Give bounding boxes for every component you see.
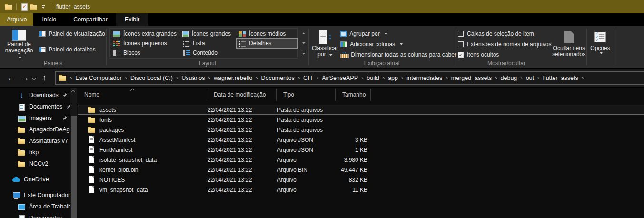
layout-option-label: Blocos <box>123 50 140 56</box>
column-header-nome[interactable]: Nome <box>78 89 207 101</box>
divider <box>16 3 17 10</box>
details-pane-button[interactable]: Painel de detalhes <box>36 44 108 55</box>
layout-option[interactable]: Conteúdo <box>180 48 237 58</box>
layout-option-label: Ícones pequenos <box>123 40 167 47</box>
file-row[interactable]: packages 22/04/2021 13:22 Pasta de arqui… <box>78 125 644 135</box>
sidebar-item[interactable]: Área de Trabalho <box>0 201 70 212</box>
breadcrumb-item[interactable]: merged_assets <box>451 75 492 81</box>
file-row[interactable]: kernel_blob.bin 22/04/2021 13:22 Arquivo… <box>78 165 644 175</box>
gallery-scroll-down-button[interactable] <box>300 38 307 48</box>
view-option-label: Agrupar por <box>349 30 379 37</box>
breadcrumb-item[interactable]: flutter_assets <box>543 75 578 81</box>
properties-button[interactable] <box>20 2 29 11</box>
breadcrumb-item[interactable]: AirSenseAPP <box>322 75 358 81</box>
layout-option[interactable]: Detalhes <box>237 39 297 48</box>
ribbon-checkbox[interactable]: ✓ Extensões de nomes de arquivos <box>458 39 551 50</box>
file-row[interactable]: fonts 22/04/2021 13:22 Pasta de arquivos <box>78 115 644 125</box>
forward-button[interactable]: → <box>18 73 32 83</box>
breadcrumb-item[interactable]: Documentos <box>261 75 295 81</box>
preview-pane-button[interactable]: Painel de visualização <box>36 29 108 39</box>
options-button[interactable]: Opções <box>587 28 614 60</box>
file-row[interactable]: NOTICES 22/04/2021 13:22 Arquivo 832 KB <box>78 175 644 185</box>
breadcrumb-item[interactable]: build <box>367 75 379 81</box>
file-row[interactable]: isolate_snapshot_data 22/04/2021 13:22 A… <box>78 155 644 165</box>
breadcrumb-item[interactable]: debug <box>501 75 517 81</box>
address-bar[interactable]: › Este Computador › Disco Local (C:) › U… <box>55 71 644 85</box>
tab-exibir[interactable]: Exibir <box>116 13 148 26</box>
file-date: 22/04/2021 13:22 <box>208 147 277 153</box>
preview-pane-label: Painel de visualização <box>49 30 105 37</box>
sidebar-item-label: Área de Trabalho <box>29 203 70 210</box>
layout-option[interactable]: Ícones pequenos <box>111 39 180 48</box>
back-button[interactable]: ← <box>4 73 18 83</box>
hide-selected-items-button[interactable]: Ocultar itens selecionados <box>551 28 586 60</box>
breadcrumb-item[interactable]: wagner.rebello <box>214 75 252 81</box>
file-row[interactable]: assets 22/04/2021 13:22 Pasta de arquivo… <box>78 105 644 115</box>
file-size: 3.980 KB <box>336 157 371 163</box>
layout-option[interactable]: Ícones grandes <box>180 29 237 39</box>
layout-option-label: Conteúdo <box>193 50 218 56</box>
sidebar-item[interactable]: bkp <box>0 147 70 158</box>
gallery-scrollbar <box>300 28 307 59</box>
sidebar-item[interactable]: OneDrive <box>0 174 70 185</box>
ribbon-checkbox[interactable]: ✓ Itens ocultos <box>458 50 551 60</box>
new-folder-button[interactable] <box>29 2 39 11</box>
gallery-more-button[interactable] <box>300 49 307 59</box>
layout-option[interactable]: Blocos <box>111 48 180 58</box>
sort-by-button[interactable]: Classificar por <box>312 28 338 60</box>
sidebar-item[interactable]: Imagens <box>0 112 70 124</box>
navigation-pane-button[interactable]: Painel de navegação <box>4 28 34 60</box>
layout-gallery: Ícones extra grandes Ícones grandes Ícon… <box>109 28 298 59</box>
breadcrumb-item[interactable]: Disco Local (C:) <box>130 75 173 81</box>
ribbon-checkbox[interactable]: ✓ Caixas de seleção de item <box>458 29 551 39</box>
file-name: isolate_snapshot_data <box>99 157 157 163</box>
document-icon <box>18 103 25 110</box>
sidebar-item[interactable]: Downloads <box>0 89 70 101</box>
sidebar-scrollbar[interactable] <box>70 88 77 218</box>
scroll-up-arrow-icon[interactable] <box>70 89 77 94</box>
sidebar-item[interactable]: Documentos <box>0 101 70 112</box>
layout-option[interactable]: Ícones extra grandes <box>111 29 180 39</box>
view-option-button[interactable]: Agrupar por <box>338 29 458 39</box>
breadcrumb-item[interactable]: intermediates <box>406 75 442 81</box>
tab-compartilhar[interactable]: Compartilhar <box>65 13 116 26</box>
view-option-button[interactable]: Dimensionar todas as colunas para caber <box>338 50 458 60</box>
breadcrumb-item[interactable]: Este Computador <box>75 75 121 81</box>
breadcrumb-item-wrap: merged_assets › <box>451 74 501 81</box>
sidebar-item[interactable]: Assinaturas v7 <box>0 135 70 147</box>
customize-quick-access-button[interactable] <box>39 2 48 11</box>
chevron-down-icon <box>42 5 45 9</box>
layout-option[interactable]: Lista <box>180 39 237 48</box>
sidebar-item[interactable]: Documentos <box>0 212 70 218</box>
file-row[interactable]: FontManifest 22/04/2021 13:22 Arquivo JS… <box>78 145 644 155</box>
view-option-button[interactable]: Adicionar colunas <box>338 39 458 50</box>
recent-locations-chevron-icon[interactable] <box>32 76 36 80</box>
file-size: 3 KB <box>336 137 371 143</box>
sidebar-item[interactable]: ApagadorDeAge <box>0 124 70 135</box>
sidebar-item[interactable]: Este Computador <box>0 189 70 201</box>
column-header-tipo[interactable]: Tipo <box>277 89 336 101</box>
tab-arquivo[interactable]: Arquivo <box>0 13 33 26</box>
breadcrumb-item[interactable]: Usuários <box>181 75 205 81</box>
file-type: Arquivo <box>277 187 336 193</box>
column-header-data[interactable]: Data de modificação <box>207 89 277 101</box>
ribbon: Painel de navegação Painel de visualizaç… <box>0 26 644 69</box>
folder-shortcut-button[interactable] <box>4 2 13 11</box>
scrollbar-thumb[interactable] <box>71 116 77 218</box>
gallery-scroll-up-button[interactable] <box>300 28 307 38</box>
hide-selected-label: Ocultar itens selecionados <box>551 45 586 58</box>
file-row[interactable]: AssetManifest 22/04/2021 13:22 Arquivo J… <box>78 135 644 145</box>
breadcrumb-item-wrap: wagner.rebello › <box>214 74 261 81</box>
breadcrumb-item-wrap: Documentos › <box>261 74 304 81</box>
column-header-tamanho[interactable]: Tamanho <box>336 89 371 101</box>
breadcrumb-item[interactable]: app <box>388 75 398 81</box>
tab-inicio[interactable]: Início <box>33 13 65 26</box>
chevron-down-icon <box>385 33 387 35</box>
sidebar-item[interactable]: NCCv2 <box>0 158 70 169</box>
breadcrumb-item[interactable]: GIT <box>303 75 313 81</box>
layout-option[interactable]: Ícones médios <box>237 29 297 39</box>
file-name: AssetManifest <box>99 137 135 143</box>
up-button[interactable]: ↑ <box>37 73 51 83</box>
breadcrumb-item[interactable]: out <box>526 75 534 81</box>
file-row[interactable]: vm_snapshot_data 22/04/2021 13:22 Arquiv… <box>78 185 644 195</box>
